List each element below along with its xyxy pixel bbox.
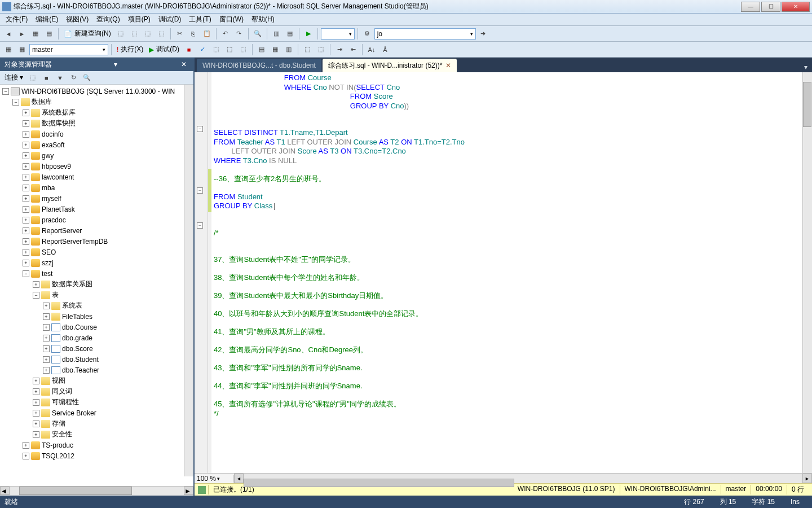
template-icon[interactable]: Å: [379, 43, 391, 56]
results-file-icon[interactable]: ▥: [283, 43, 295, 56]
outdent-icon[interactable]: ⇤: [347, 43, 359, 56]
tb-icon-3[interactable]: ⬚: [142, 28, 154, 40]
tree-db-docinfo[interactable]: +docinfo: [0, 129, 193, 139]
activity-icon[interactable]: ⚙: [361, 28, 373, 40]
tree-scrollbar-h[interactable]: ◄►: [0, 486, 193, 496]
minimize-button[interactable]: —: [741, 2, 760, 12]
change-conn-icon[interactable]: ▦: [16, 43, 28, 56]
debug-button[interactable]: ▶调试(D): [147, 45, 182, 54]
tree-security[interactable]: +安全性: [0, 429, 193, 440]
tree-sysdb[interactable]: +系统数据库: [0, 107, 193, 118]
tb-icon-1[interactable]: ⬚: [114, 28, 127, 40]
tree-synonyms[interactable]: +同义词: [0, 386, 193, 397]
parse-icon[interactable]: ✓: [196, 43, 209, 56]
tree-db-exaSoft[interactable]: +exaSoft: [0, 139, 193, 150]
menu-project[interactable]: 项目(P): [125, 14, 154, 25]
tree-systables[interactable]: +系统表: [0, 300, 193, 311]
menu-file[interactable]: 文件(F): [2, 14, 31, 25]
maximize-button[interactable]: ☐: [761, 2, 780, 12]
search-tree-icon[interactable]: 🔍: [81, 72, 93, 84]
close-panel-icon[interactable]: ✕: [179, 60, 189, 68]
editor-scrollbar-h[interactable]: ◄►: [234, 474, 812, 483]
code-editor[interactable]: −−− FROM Course WHERE Cno NOT IN(SELECT …: [195, 72, 812, 473]
redo-icon[interactable]: ↷: [233, 28, 245, 40]
filter-icon[interactable]: ▼: [54, 72, 66, 84]
use-db-icon[interactable]: ▦: [2, 43, 15, 56]
tree-db-pracdoc[interactable]: +pracdoc: [0, 214, 193, 225]
find-icon[interactable]: 🔍: [251, 28, 264, 40]
tree-db-hbposev9[interactable]: +hbposev9: [0, 161, 193, 172]
tab-close-icon[interactable]: ✕: [445, 62, 451, 69]
comment-icon[interactable]: ⬚: [301, 43, 314, 56]
editor-scrollbar-v[interactable]: [802, 72, 812, 473]
tab-sql[interactable]: 综合练习.sql - WIN-D...inistrator (52))*✕: [323, 59, 457, 72]
tb-icon-4[interactable]: ⬚: [155, 28, 167, 40]
indent-icon[interactable]: ⇥: [333, 43, 346, 56]
tree-sb[interactable]: +Service Broker: [0, 408, 193, 418]
close-button[interactable]: ✕: [782, 2, 810, 12]
stop-icon[interactable]: ■: [40, 72, 52, 84]
forward-icon[interactable]: ►: [16, 28, 28, 40]
uncomment-icon[interactable]: ⬚: [315, 43, 327, 56]
tb-icon-2[interactable]: ⬚: [128, 28, 140, 40]
tree-tables[interactable]: −表: [0, 290, 193, 300]
search-combo[interactable]: jo▾: [374, 28, 476, 40]
results-text-icon[interactable]: ▤: [255, 43, 268, 56]
tree-db-ReportServerTempDB[interactable]: +ReportServerTempDB: [0, 236, 193, 247]
tree-db-ReportServer[interactable]: +ReportServer: [0, 225, 193, 236]
tree-snapshot[interactable]: +数据库快照: [0, 118, 193, 129]
tree-db-TSQL2012[interactable]: +TSQL2012: [0, 450, 193, 461]
menu-edit[interactable]: 编辑(E): [32, 14, 61, 25]
new-project-icon[interactable]: ▦: [29, 28, 42, 40]
tree-db-lawcontent[interactable]: +lawcontent: [0, 172, 193, 182]
specify-values-icon[interactable]: A↓: [365, 43, 378, 56]
tree-table-dbo-Teacher[interactable]: +dbo.Teacher: [0, 365, 193, 375]
open-icon[interactable]: ▤: [43, 28, 55, 40]
disconnect-icon[interactable]: ⬚: [27, 72, 39, 84]
menu-debug[interactable]: 调试(D): [155, 14, 185, 25]
paste-icon[interactable]: 📋: [201, 28, 213, 40]
results-grid-icon[interactable]: ▦: [269, 43, 281, 56]
cut-icon[interactable]: ✂: [174, 28, 186, 40]
tree-table-dbo-Score[interactable]: +dbo.Score: [0, 343, 193, 354]
tree-server[interactable]: −WIN-DROI6TBBOJG (SQL Server 11.0.3000 -…: [0, 86, 193, 97]
tree-table-dbo-Student[interactable]: +dbo.Student: [0, 354, 193, 365]
tree-databases[interactable]: −数据库: [0, 97, 193, 107]
tree-db-szzj[interactable]: +szzj: [0, 257, 193, 268]
properties-icon[interactable]: ▤: [284, 28, 296, 40]
object-tree[interactable]: −WIN-DROI6TBBOJG (SQL Server 11.0.3000 -…: [0, 85, 193, 486]
connect-button[interactable]: 连接 ▾: [2, 73, 25, 82]
tree-scrollbar-v[interactable]: [184, 85, 193, 476]
tabs-dropdown-icon[interactable]: ▾: [802, 62, 810, 72]
undo-icon[interactable]: ↶: [219, 28, 232, 40]
tree-db-gwy[interactable]: +gwy: [0, 150, 193, 161]
database-combo[interactable]: master▾: [29, 44, 108, 55]
solution-icon[interactable]: ▥: [270, 28, 283, 40]
menu-tool[interactable]: 工具(T): [186, 14, 214, 25]
pin-icon[interactable]: ▾: [112, 60, 120, 68]
stop-icon[interactable]: ■: [183, 43, 195, 56]
tree-filetables[interactable]: +FileTables: [0, 311, 193, 322]
menu-help[interactable]: 帮助(H): [248, 14, 278, 25]
plan-icon[interactable]: ⬚: [210, 43, 222, 56]
tree-prog[interactable]: +可编程性: [0, 397, 193, 408]
go-icon[interactable]: ➜: [477, 28, 489, 40]
tab-student[interactable]: WIN-DROI6TBBOJG...t - dbo.Student: [197, 59, 321, 72]
start-icon[interactable]: ▶: [302, 28, 315, 40]
options2-icon[interactable]: ⬚: [237, 43, 249, 56]
menu-view[interactable]: 视图(V): [63, 14, 92, 25]
tree-views[interactable]: +视图: [0, 375, 193, 386]
menu-query[interactable]: 查询(Q): [93, 14, 123, 25]
tree-db-PlanetTask[interactable]: +PlanetTask: [0, 204, 193, 214]
tree-table-dbo-grade[interactable]: +dbo.grade: [0, 332, 193, 343]
tree-db-test[interactable]: −test: [0, 268, 193, 279]
menu-window[interactable]: 窗口(W): [216, 14, 247, 25]
refresh-icon[interactable]: ↻: [67, 72, 80, 84]
tree-db-mba[interactable]: +mba: [0, 182, 193, 193]
options1-icon[interactable]: ⬚: [223, 43, 236, 56]
config-combo[interactable]: ▾: [321, 28, 355, 40]
tree-db-myself[interactable]: +myself: [0, 193, 193, 204]
copy-icon[interactable]: ⎘: [187, 28, 200, 40]
new-query-button[interactable]: 📄新建查询(N): [61, 29, 113, 38]
tree-diagram[interactable]: +数据库关系图: [0, 279, 193, 290]
